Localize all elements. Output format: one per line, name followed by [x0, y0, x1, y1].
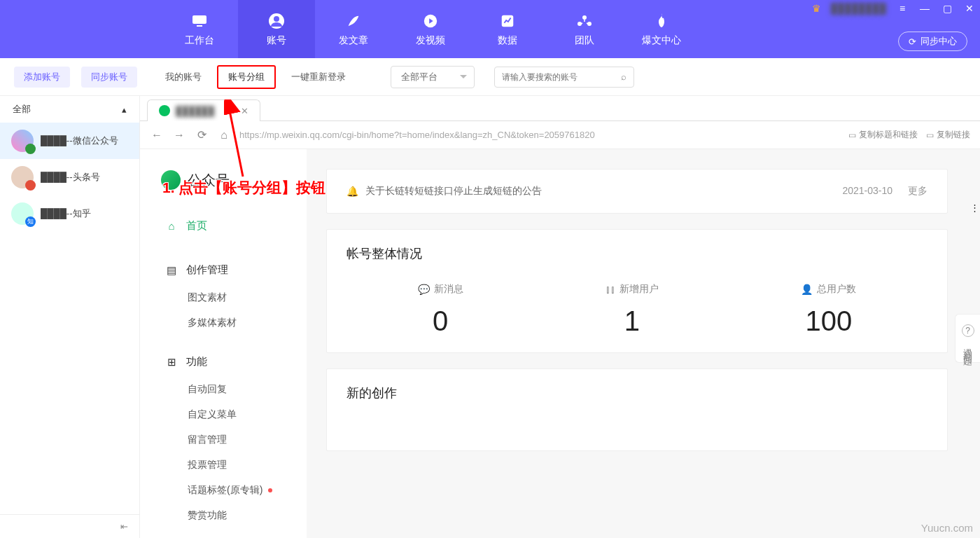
bell-outline-icon: 🔔: [346, 186, 358, 197]
crown-icon: ♛: [812, 3, 821, 14]
nav-account[interactable]: 账号: [238, 0, 315, 58]
monitor-icon: [190, 12, 209, 30]
new-dot-icon: [268, 488, 272, 492]
group-header[interactable]: 全部 ▴: [0, 96, 139, 123]
search-input[interactable]: [495, 72, 614, 82]
svg-point-6: [582, 15, 587, 20]
grid-icon: ⊞: [165, 356, 178, 368]
nav-label: 工作台: [185, 34, 214, 47]
menu-creation[interactable]: ▤ 创作管理: [161, 255, 294, 285]
sync-account-button[interactable]: 同步账号: [81, 67, 137, 88]
side-expand-icon[interactable]: ⋮: [969, 200, 980, 215]
stat-value: 1: [606, 305, 659, 337]
question-icon: ?: [962, 324, 974, 337]
nav-label: 团队: [575, 34, 594, 47]
copy-link-button[interactable]: ▭ 复制链接: [926, 129, 970, 141]
back-button[interactable]: ←: [150, 129, 164, 142]
user-icon: [267, 12, 286, 30]
stat-label: 总用户数: [817, 283, 856, 296]
sub-topic[interactable]: 话题标签(原专辑): [161, 478, 294, 503]
account-item[interactable]: ████--头条号: [0, 159, 139, 195]
sub-vote[interactable]: 投票管理: [161, 453, 294, 478]
menu-label: 功能: [186, 355, 207, 368]
mp-sidebar: 公众号 ⌂ 首页 ▤ 创作管理 图文素材 多媒体素材 ⊞ 功能 自动回: [140, 149, 307, 538]
sub-autoreply[interactable]: 自动回复: [161, 377, 294, 402]
sync-center-label: 同步中心: [920, 35, 957, 48]
collapse-icon[interactable]: ⇤: [120, 521, 128, 532]
sub-reward[interactable]: 赞赏功能: [161, 503, 294, 528]
sub-image-text[interactable]: 图文素材: [161, 285, 294, 310]
relogin-button[interactable]: 一键重新登录: [281, 67, 356, 88]
chat-icon: 💬: [418, 284, 430, 295]
notice-more-link[interactable]: 更多: [908, 185, 927, 198]
svg-point-3: [274, 16, 279, 22]
nav-article[interactable]: 发文章: [315, 0, 392, 58]
forward-button[interactable]: →: [172, 129, 186, 142]
window-controls: ♛ ████████ ≡ — ▢ ✕: [812, 3, 976, 14]
sub-multimedia[interactable]: 多媒体素材: [161, 310, 294, 336]
home-button[interactable]: ⌂: [217, 129, 231, 142]
account-item[interactable]: 知 ████--知乎: [0, 195, 139, 232]
my-accounts-tab[interactable]: 我的账号: [155, 67, 211, 88]
notice-text[interactable]: 关于长链转短链接口停止生成短链的公告: [365, 185, 542, 198]
nav-hot[interactable]: 爆文中心: [623, 0, 700, 58]
account-name: ████--知乎: [41, 207, 91, 220]
browser-panel: ██████ ✕ ← → ⟳ ⌂ https://mp.weixin.qq.co…: [140, 96, 980, 538]
help-tab[interactable]: ? 遇到问题: [955, 314, 980, 363]
user-name[interactable]: ████████: [831, 3, 886, 14]
sync-center-button[interactable]: ⟳ 同步中心: [898, 32, 967, 51]
add-account-button[interactable]: 添加账号: [14, 67, 70, 88]
fire-icon: [652, 12, 671, 30]
nav-team[interactable]: 团队: [546, 0, 623, 58]
notice-date: 2021-03-10: [842, 185, 892, 198]
chevron-up-icon: ▴: [122, 104, 127, 115]
platform-select[interactable]: 全部平台: [391, 66, 475, 88]
sub-custommenu[interactable]: 自定义菜单: [161, 402, 294, 427]
copy-title-link-button[interactable]: ▭ 复制标题和链接: [848, 129, 918, 141]
avatar: [11, 130, 34, 152]
menu-label: 创作管理: [186, 263, 228, 277]
create-card: 新的创作: [326, 368, 948, 451]
zhihu-badge-icon: 知: [25, 216, 36, 227]
team-icon: [575, 12, 594, 30]
close-button[interactable]: ✕: [963, 3, 976, 14]
nav-video[interactable]: 发视频: [392, 0, 469, 58]
tab-close-icon[interactable]: ✕: [241, 106, 248, 116]
url-field[interactable]: https://mp.weixin.qq.com/cgi-bin/home?t=…: [239, 130, 840, 140]
account-name: ████--头条号: [41, 171, 100, 184]
nav-worktable[interactable]: 工作台: [161, 0, 238, 58]
account-name: ████--微信公众号: [41, 134, 118, 147]
notice-card: 🔔 关于长链转短链接口停止生成短链的公告 2021-03-10 更多: [326, 169, 948, 214]
feather-icon: [344, 12, 363, 30]
account-search[interactable]: ⌕: [494, 67, 634, 88]
page-tab[interactable]: ██████ ✕: [147, 99, 260, 121]
tab-strip: ██████ ✕: [140, 96, 980, 121]
maximize-button[interactable]: ▢: [941, 3, 953, 14]
menu-home[interactable]: ⌂ 首页: [161, 211, 294, 241]
nav-data[interactable]: 数据: [469, 0, 546, 58]
menu-icon[interactable]: ≡: [896, 3, 909, 14]
person-icon: 👤: [801, 284, 813, 295]
svg-rect-0: [192, 15, 206, 24]
document-icon: ▤: [165, 264, 178, 277]
reload-button[interactable]: ⟳: [195, 128, 209, 142]
stat-block: ⫿⫿新增用户 1: [606, 283, 659, 337]
play-icon: [421, 12, 440, 30]
sub-comments[interactable]: 留言管理: [161, 427, 294, 453]
account-item[interactable]: ████--微信公众号: [0, 123, 139, 159]
minimize-button[interactable]: —: [918, 3, 931, 14]
toutiao-badge-icon: [25, 180, 36, 191]
favicon-icon: [159, 105, 170, 116]
sub-toolbar: 添加账号 同步账号 我的账号 账号分组 一键重新登录 全部平台 ⌕: [0, 58, 980, 96]
copy-title-link-label: 复制标题和链接: [859, 129, 918, 141]
stat-value: 0: [418, 305, 463, 337]
search-icon[interactable]: ⌕: [614, 71, 634, 82]
menu-function[interactable]: ⊞ 功能: [161, 347, 294, 377]
stat-label: 新消息: [434, 283, 463, 296]
nav-label: 数据: [498, 34, 517, 47]
sub-label: 话题标签(原专辑): [188, 484, 262, 497]
help-label: 遇到问题: [962, 341, 974, 352]
account-group-tab[interactable]: 账号分组: [217, 65, 276, 89]
account-sidebar: 全部 ▴ ████--微信公众号 ████--头条号 知 ████--知乎 ⇤: [0, 96, 140, 538]
menu-label: 首页: [186, 219, 207, 233]
